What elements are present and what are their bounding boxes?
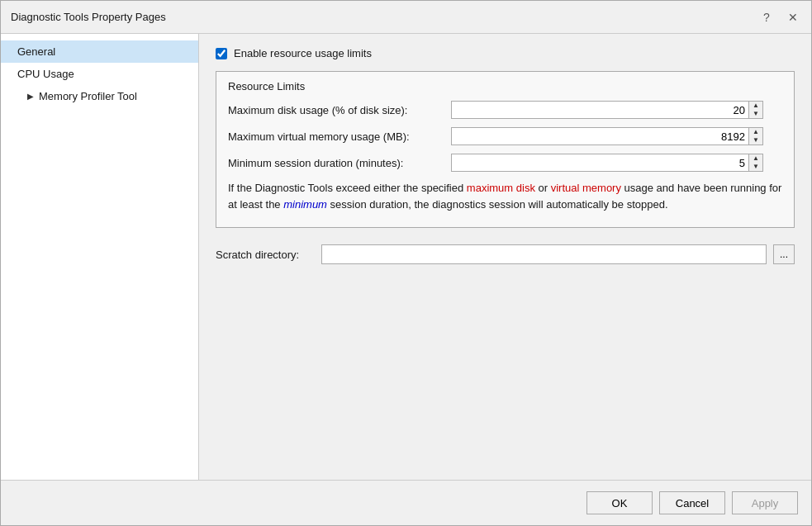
virtual-memory-row: Maximum virtual memory usage (MB): ▲ ▼	[228, 127, 782, 145]
disk-usage-up[interactable]: ▲	[749, 102, 762, 110]
disk-usage-spin: ▲ ▼	[451, 101, 763, 119]
title-bar: Diagnostic Tools Property Pages ? ✕	[1, 1, 811, 34]
enable-checkbox[interactable]	[216, 48, 227, 59]
session-duration-up[interactable]: ▲	[749, 154, 762, 163]
ok-button[interactable]: OK	[586, 491, 653, 514]
virtual-memory-up[interactable]: ▲	[749, 128, 762, 136]
virtual-memory-label: Maximum virtual memory usage (MB):	[228, 130, 451, 143]
disk-usage-spinbtns: ▲ ▼	[748, 101, 763, 119]
main-content: General CPU Usage ▶ Memory Profiler Tool…	[1, 34, 811, 480]
sidebar-item-cpu-usage[interactable]: CPU Usage	[1, 63, 198, 85]
info-text: If the Diagnostic Tools exceed either th…	[228, 180, 782, 212]
virtual-memory-spin: ▲ ▼	[451, 127, 763, 145]
sidebar-item-general-label: General	[17, 45, 55, 58]
resource-limits-group: Resource Limits Maximum disk usage (% of…	[216, 71, 795, 228]
browse-button[interactable]: ...	[773, 244, 795, 264]
info-highlight-minimum: minimum	[283, 198, 327, 211]
info-part4: session duration, the diagnostics sessio…	[327, 198, 668, 211]
group-title: Resource Limits	[228, 80, 782, 92]
enable-checkbox-label[interactable]: Enable resource usage limits	[234, 47, 372, 59]
disk-usage-label: Maximum disk usage (% of disk size):	[228, 104, 451, 116]
info-highlight-virtual: virtual memory	[551, 182, 621, 194]
sidebar-item-memory-profiler[interactable]: ▶ Memory Profiler Tool	[1, 85, 198, 107]
disk-usage-row: Maximum disk usage (% of disk size): ▲ ▼	[228, 101, 782, 119]
dialog-title: Diagnostic Tools Property Pages	[11, 11, 166, 23]
info-part1: If the Diagnostic Tools exceed either th…	[228, 182, 467, 194]
sidebar-item-memory-profiler-label: Memory Profiler Tool	[39, 90, 137, 102]
session-duration-down[interactable]: ▼	[749, 163, 762, 171]
virtual-memory-down[interactable]: ▼	[749, 136, 762, 145]
virtual-memory-input[interactable]	[451, 127, 748, 145]
disk-usage-down[interactable]: ▼	[749, 110, 762, 118]
close-button[interactable]: ✕	[781, 7, 805, 27]
session-duration-row: Minimum session duration (minutes): ▲ ▼	[228, 154, 782, 172]
apply-button[interactable]: Apply	[732, 491, 798, 514]
sidebar-item-cpu-usage-label: CPU Usage	[17, 68, 74, 80]
title-bar-controls: ? ✕	[755, 7, 805, 27]
footer: OK Cancel Apply	[1, 480, 811, 525]
help-button[interactable]: ?	[755, 7, 778, 27]
virtual-memory-spinbtns: ▲ ▼	[748, 127, 763, 145]
enable-checkbox-row: Enable resource usage limits	[216, 47, 795, 59]
sidebar: General CPU Usage ▶ Memory Profiler Tool	[1, 34, 199, 480]
right-panel: Enable resource usage limits Resource Li…	[199, 34, 811, 480]
cancel-button[interactable]: Cancel	[659, 491, 725, 514]
session-duration-input[interactable]	[451, 154, 748, 172]
scratch-label: Scratch directory:	[216, 249, 315, 261]
session-duration-spinbtns: ▲ ▼	[748, 154, 763, 172]
disk-usage-input[interactable]	[451, 101, 748, 119]
expand-icon: ▶	[27, 92, 34, 101]
sidebar-item-general[interactable]: General	[1, 40, 198, 63]
dialog: Diagnostic Tools Property Pages ? ✕ Gene…	[0, 0, 812, 526]
scratch-input[interactable]	[321, 244, 767, 264]
info-part2: or	[535, 182, 551, 194]
scratch-directory-row: Scratch directory: ...	[216, 244, 795, 264]
info-highlight-disk: maximum disk	[467, 182, 535, 194]
session-duration-label: Minimum session duration (minutes):	[228, 157, 451, 169]
session-duration-spin: ▲ ▼	[451, 154, 763, 172]
